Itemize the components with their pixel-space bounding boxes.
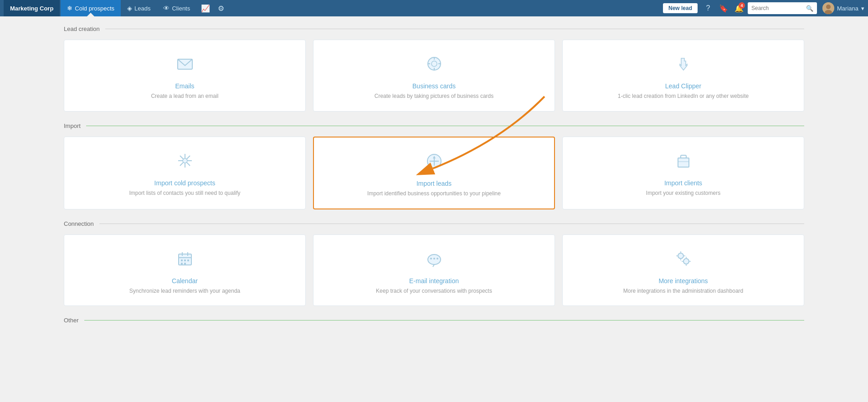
section-header-other: Other — [64, 317, 804, 324]
svg-rect-19 — [678, 158, 689, 167]
card-emails[interactable]: EmailsCreate a lead from an email — [64, 40, 306, 112]
eye-icon: 👁 — [163, 5, 169, 12]
card-import-leads[interactable]: Import leadsImport identified business o… — [313, 137, 555, 209]
section-import: ImportImport cold prospectsImport lists … — [64, 122, 804, 209]
search-box: 🔍 — [748, 2, 817, 14]
card-grid-connection: CalendarSynchronize lead reminders with … — [64, 234, 804, 306]
section-connection: ConnectionCalendarSynchronize lead remin… — [64, 220, 804, 306]
card-title-email-integration: E-mail integration — [409, 277, 459, 285]
user-name: Mariana — [837, 5, 858, 12]
svg-rect-27 — [187, 260, 189, 261]
section-header-lead-creation: Lead creation — [64, 25, 804, 32]
card-desc-more-integrations: More integrations in the administration … — [623, 287, 743, 295]
leads-icon: ◈ — [127, 5, 132, 12]
card-lead-clipper[interactable]: Lead Clipper1-clic lead creation from Li… — [562, 40, 804, 112]
card-calendar[interactable]: CalendarSynchronize lead reminders with … — [64, 234, 306, 306]
section-lead-creation: Lead creationEmailsCreate a lead from an… — [64, 25, 804, 112]
svg-point-1 — [826, 5, 831, 9]
card-title-emails: Emails — [175, 82, 194, 90]
card-import-clients[interactable]: Import clientsImport your existing custo… — [562, 137, 804, 209]
card-title-import-cold-prospects: Import cold prospects — [154, 179, 216, 187]
card-more-integrations[interactable]: More integrationsMore integrations in th… — [562, 234, 804, 306]
svg-point-33 — [437, 258, 438, 260]
card-icon-lead-clipper — [674, 55, 693, 77]
section-other: Other — [64, 317, 804, 324]
card-desc-import-clients: Import your existing customers — [646, 189, 720, 197]
section-title-other: Other — [64, 317, 79, 324]
brand[interactable]: Marketing Corp — [4, 0, 60, 16]
section-title-import: Import — [64, 122, 81, 129]
card-desc-calendar: Synchronize lead reminders with your age… — [129, 287, 240, 295]
card-email-integration[interactable]: E-mail integrationKeep track of your con… — [313, 234, 555, 306]
section-line-connection — [99, 224, 804, 224]
card-icon-import-clients — [674, 152, 693, 174]
section-header-connection: Connection — [64, 220, 804, 227]
user-menu[interactable]: Mariana ▾ — [822, 2, 864, 14]
svg-point-14 — [183, 158, 187, 163]
card-icon-emails — [176, 55, 194, 77]
search-input[interactable] — [751, 5, 806, 11]
card-icon-email-integration — [425, 249, 443, 272]
svg-point-34 — [678, 253, 683, 259]
svg-rect-28 — [181, 263, 183, 265]
section-title-connection: Connection — [64, 220, 94, 227]
section-line-import — [86, 126, 804, 126]
svg-point-35 — [683, 259, 689, 264]
card-desc-business-cards: Create leads by taking pictures of busin… — [375, 92, 493, 100]
card-grid-lead-creation: EmailsCreate a lead from an emailBusines… — [64, 40, 804, 112]
card-desc-emails: Create a lead from an email — [151, 92, 218, 100]
nav-clients[interactable]: 👁 Clients — [157, 0, 196, 16]
card-desc-import-cold-prospects: Import lists of contacts you still need … — [129, 189, 240, 197]
card-grid-import: Import cold prospectsImport lists of con… — [64, 137, 804, 209]
svg-point-32 — [433, 258, 435, 260]
help-icon[interactable]: ? — [701, 1, 715, 15]
section-line-lead-creation — [105, 29, 804, 29]
card-icon-import-leads — [425, 152, 443, 174]
card-business-cards[interactable]: Business cardsCreate leads by taking pic… — [313, 40, 555, 112]
new-lead-button[interactable]: New lead — [663, 3, 698, 13]
card-icon-import-cold-prospects — [176, 152, 194, 174]
nav-cold-prospects[interactable]: ❄ Cold prospects — [61, 0, 121, 16]
card-title-lead-clipper: Lead Clipper — [665, 82, 701, 90]
svg-rect-25 — [181, 260, 183, 261]
settings-icon[interactable]: ⚙ — [214, 1, 228, 15]
card-title-business-cards: Business cards — [412, 82, 456, 90]
snowflake-icon: ❄ — [67, 5, 72, 12]
card-desc-import-leads: Import identified business opportunities… — [367, 190, 501, 198]
sections-container: Lead creationEmailsCreate a lead from an… — [64, 25, 804, 324]
section-title-lead-creation: Lead creation — [64, 25, 100, 32]
avatar — [822, 2, 834, 14]
card-title-import-clients: Import clients — [664, 179, 702, 187]
card-icon-business-cards — [425, 55, 443, 77]
section-header-import: Import — [64, 122, 804, 129]
card-icon-calendar — [176, 249, 194, 272]
nav-tools: 📈 ⚙ — [198, 1, 228, 15]
top-right-nav: ? 🔖 🔔 4 🔍 Mariana ▾ — [701, 1, 864, 15]
notification-badge: 4 — [739, 2, 745, 9]
card-import-cold-prospects[interactable]: Import cold prospectsImport lists of con… — [64, 137, 306, 209]
topnav: Marketing Corp ❄ Cold prospects ◈ Leads … — [0, 0, 868, 16]
chevron-down-icon: ▾ — [861, 5, 864, 12]
section-line-other — [84, 320, 804, 321]
card-title-more-integrations: More integrations — [658, 277, 708, 285]
card-desc-email-integration: Keep track of your conversations with pr… — [376, 287, 492, 295]
card-title-calendar: Calendar — [172, 277, 198, 285]
nav-leads[interactable]: ◈ Leads — [121, 0, 157, 16]
search-icon[interactable]: 🔍 — [806, 5, 813, 12]
card-title-import-leads: Import leads — [416, 180, 452, 187]
card-desc-lead-clipper: 1-clic lead creation from LinkedIn or an… — [618, 92, 749, 100]
svg-rect-29 — [184, 263, 186, 265]
svg-point-31 — [430, 258, 432, 260]
notifications-icon[interactable]: 🔔 4 — [732, 1, 746, 15]
main-content: Lead creationEmailsCreate a lead from an… — [0, 16, 868, 402]
card-icon-more-integrations — [674, 249, 693, 272]
bookmark-icon[interactable]: 🔖 — [717, 1, 730, 15]
chart-icon[interactable]: 📈 — [198, 1, 213, 15]
svg-rect-26 — [184, 260, 186, 261]
